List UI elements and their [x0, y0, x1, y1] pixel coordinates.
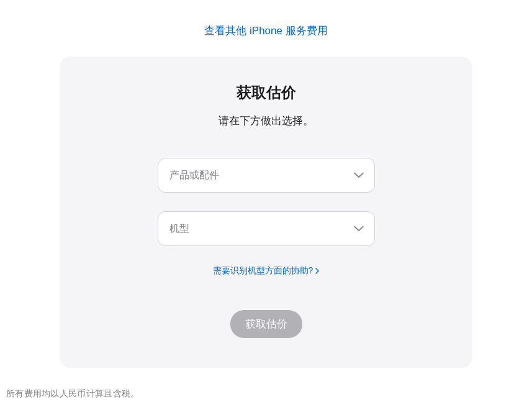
other-services-link[interactable]: 查看其他 iPhone 服务费用 — [204, 25, 327, 37]
footer-text: 所有费用均以人民币计算且含税。 截至 2023 年 2 月底, 保外电池服务的费… — [0, 368, 532, 412]
product-select-wrap: 产品或配件 — [158, 158, 375, 193]
estimate-card: 获取估价 请在下方做出选择。 产品或配件 机型 需要识别机型方面的协助? 获取估… — [60, 57, 472, 368]
top-link-container: 查看其他 iPhone 服务费用 — [0, 0, 532, 57]
identify-model-help-link[interactable]: 需要识别机型方面的协助? — [213, 265, 320, 277]
cta-wrap: 获取估价 — [84, 310, 448, 338]
chevron-right-icon — [315, 268, 319, 274]
get-estimate-button[interactable]: 获取估价 — [230, 310, 302, 338]
card-subtitle: 请在下方做出选择。 — [84, 114, 448, 128]
help-link-label: 需要识别机型方面的协助? — [213, 265, 313, 277]
product-select[interactable]: 产品或配件 — [158, 158, 375, 193]
card-title: 获取估价 — [84, 83, 448, 103]
footer-line-1: 所有费用均以人民币计算且含税。 — [6, 385, 526, 402]
help-link-wrap: 需要识别机型方面的协助? — [84, 265, 448, 277]
model-select-wrap: 机型 — [158, 211, 375, 246]
model-select[interactable]: 机型 — [158, 211, 375, 246]
